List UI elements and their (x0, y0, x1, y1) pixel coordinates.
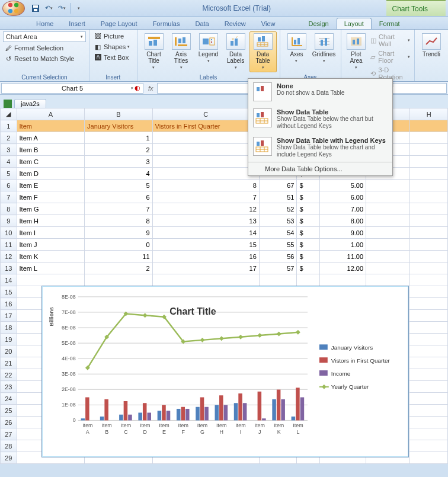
cell[interactable] (410, 215, 448, 227)
embedded-chart[interactable]: 01E-082E-083E-084E-085E-086E-087E-088E-0… (41, 286, 409, 457)
cell[interactable]: 17 (152, 262, 259, 274)
col-header[interactable]: A (17, 108, 85, 120)
tab-insert[interactable]: Insert (61, 18, 93, 29)
cell[interactable]: 55 (259, 239, 297, 251)
cell[interactable] (410, 251, 448, 262)
cell[interactable]: Item E (17, 180, 85, 191)
row-header[interactable]: 28 (1, 440, 17, 452)
cell[interactable] (152, 274, 259, 286)
cell[interactable] (366, 239, 410, 251)
cell[interactable]: 3 (85, 156, 153, 168)
row-header[interactable]: 16 (1, 298, 17, 310)
cell[interactable] (366, 203, 410, 215)
cell[interactable]: Item C (17, 156, 85, 168)
cell[interactable] (410, 132, 448, 144)
cell[interactable] (410, 156, 448, 168)
plot-area-button[interactable]: Plot Area▾ (344, 31, 369, 72)
select-all-corner[interactable]: ◢ (1, 108, 17, 120)
tab-review[interactable]: Review (217, 18, 254, 29)
row-header[interactable]: 1 (1, 120, 17, 132)
cell[interactable]: 4 (85, 168, 153, 180)
cell[interactable] (366, 215, 410, 227)
cell[interactable]: Item B (17, 144, 85, 156)
chart-floor-button[interactable]: ▱Chart Floor▾ (368, 49, 411, 65)
cell[interactable] (366, 227, 410, 239)
cell[interactable] (410, 417, 448, 428)
cell[interactable] (366, 262, 410, 274)
cell[interactable] (259, 274, 297, 286)
cell[interactable]: 9 (152, 168, 259, 180)
dropdown-item[interactable]: NoneDo not show a Data Table (248, 79, 392, 105)
tab-view[interactable]: View (254, 18, 283, 29)
cell[interactable]: 7 (152, 191, 259, 203)
row-header[interactable]: 7 (1, 191, 17, 203)
cell[interactable] (410, 381, 448, 393)
cell[interactable]: Item L (17, 262, 85, 274)
cell[interactable]: Item F (17, 191, 85, 203)
cell[interactable] (410, 120, 448, 132)
cell[interactable] (410, 369, 448, 381)
dropdown-item[interactable]: Show Data Table with Legend KeysShow Dat… (248, 133, 392, 162)
row-header[interactable]: 4 (1, 156, 17, 168)
cell[interactable]: 16 (152, 251, 259, 262)
legend-button[interactable]: Legend▾ (195, 31, 222, 66)
trendline-button[interactable]: Trendli (418, 31, 445, 59)
tab-format[interactable]: Format (372, 18, 408, 29)
cell[interactable]: 1 (85, 132, 153, 144)
cell[interactable]: 8 (85, 215, 153, 227)
cell[interactable]: 8 (152, 180, 259, 191)
row-header[interactable]: 3 (1, 144, 17, 156)
chart-wall-button[interactable]: ◫Chart Wall▾ (368, 33, 411, 48)
cell[interactable] (410, 452, 448, 464)
cell[interactable] (410, 180, 448, 191)
cell[interactable]: $ (297, 262, 319, 274)
cell[interactable]: Item A (17, 132, 85, 144)
cell[interactable] (410, 310, 448, 322)
cell[interactable] (366, 180, 410, 191)
row-header[interactable]: 20 (1, 345, 17, 357)
row-header[interactable]: 22 (1, 369, 17, 381)
cell[interactable] (410, 168, 448, 180)
cell[interactable] (410, 298, 448, 310)
cell[interactable]: 12.00 (319, 262, 366, 274)
cell[interactable]: 15 (152, 239, 259, 251)
cell[interactable] (410, 428, 448, 440)
row-header[interactable]: 13 (1, 262, 17, 274)
tab-page-layout[interactable]: Page Layout (93, 18, 145, 29)
undo-icon[interactable]: ↶▾ (44, 4, 53, 13)
cell[interactable]: Item K (17, 251, 85, 262)
cell[interactable]: 51 (259, 191, 297, 203)
cell[interactable]: Vistors in First Quarter (152, 120, 259, 132)
gridlines-button[interactable]: Gridlines▾ (311, 31, 338, 66)
cell[interactable]: 2 (85, 144, 153, 156)
cell[interactable]: 6.00 (319, 191, 366, 203)
cell[interactable]: 9.00 (319, 227, 366, 239)
row-header[interactable]: 25 (1, 405, 17, 417)
cell[interactable]: 6 (85, 191, 153, 203)
cell[interactable]: Item D (17, 168, 85, 180)
cell[interactable]: $ (297, 215, 319, 227)
row-header[interactable]: 9 (1, 215, 17, 227)
cell[interactable] (410, 274, 448, 286)
tab-data[interactable]: Data (187, 18, 216, 29)
save-icon[interactable] (31, 4, 40, 13)
data-table-button[interactable]: Data Table▾ (249, 31, 277, 72)
cell[interactable]: January Visitors (85, 120, 153, 132)
cell[interactable]: 12 (152, 203, 259, 215)
cell[interactable]: $ (297, 180, 319, 191)
chart-element-selector[interactable]: Chart Area ▾ (3, 31, 86, 42)
fx-icon[interactable]: fx (145, 85, 157, 92)
cell[interactable]: 9 (85, 227, 153, 239)
cell[interactable]: Item I (17, 227, 85, 239)
cell[interactable]: $ (297, 203, 319, 215)
cell[interactable] (410, 405, 448, 417)
cell[interactable] (17, 274, 85, 286)
tab-layout[interactable]: Layout (337, 18, 372, 29)
tab-formulas[interactable]: Formulas (145, 18, 188, 29)
cell[interactable]: 1.00 (319, 239, 366, 251)
cell[interactable] (410, 322, 448, 334)
tab-design[interactable]: Design (300, 18, 336, 29)
format-selection-button[interactable]: 🖉 Format Selection (3, 43, 65, 53)
row-header[interactable]: 6 (1, 180, 17, 191)
cell[interactable] (410, 203, 448, 215)
